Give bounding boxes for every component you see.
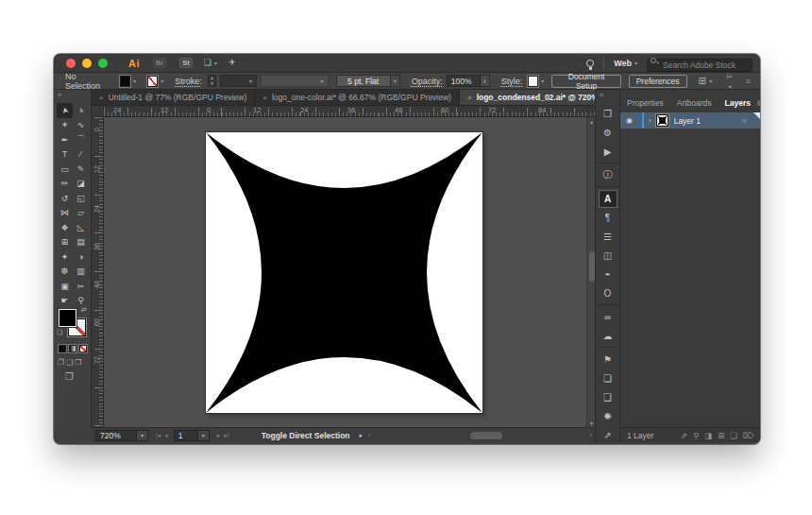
slice-tool[interactable]: ✂ bbox=[73, 279, 89, 294]
rocket-icon[interactable]: ✈ bbox=[228, 59, 236, 67]
pen-tool[interactable]: ✒ bbox=[57, 132, 73, 147]
magic-wand-tool[interactable]: ✶ bbox=[57, 118, 73, 133]
layer-thumbnail[interactable] bbox=[656, 114, 668, 127]
swap-fill-stroke-icon[interactable]: ⇄ bbox=[81, 306, 87, 314]
document-info-panel-icon[interactable]: ⓘ bbox=[596, 165, 619, 184]
collect-for-export-icon[interactable]: ⇗ bbox=[681, 431, 687, 440]
delete-layer-icon[interactable]: ⌦ bbox=[743, 431, 754, 440]
appearance-panel-icon[interactable]: O bbox=[596, 283, 619, 302]
transparency-panel-icon[interactable]: ◓ bbox=[596, 265, 619, 283]
artboards-panel-icon[interactable]: ⚑ bbox=[596, 350, 619, 369]
type-tool[interactable]: T bbox=[57, 147, 73, 163]
drawing-mode-2-icon[interactable]: ❒ bbox=[75, 358, 81, 367]
canvas-area[interactable]: ▴ ▾ bbox=[104, 117, 595, 427]
chevron-down-icon[interactable]: ▾ bbox=[161, 77, 163, 84]
close-window-button[interactable] bbox=[66, 59, 76, 68]
zoom-dropdown-icon[interactable]: ▾ bbox=[137, 430, 148, 441]
column-graph-tool[interactable]: ▥ bbox=[73, 265, 89, 280]
status-popout-icon[interactable]: ▸ bbox=[360, 432, 364, 439]
workspace-switcher[interactable]: Web bbox=[614, 59, 632, 68]
horizontal-ruler[interactable]: 2412012243648607284 bbox=[104, 106, 595, 117]
scroll-left-icon[interactable]: ‹ bbox=[368, 432, 370, 438]
selection-tool[interactable]: ➤ bbox=[57, 103, 73, 118]
asset-export-panel-icon[interactable]: ❑ bbox=[596, 387, 619, 406]
grid-snap-icon[interactable]: ∷ bbox=[712, 77, 718, 86]
disclosure-triangle-icon[interactable]: › bbox=[649, 116, 651, 125]
blend-tool[interactable]: ◑ bbox=[73, 249, 89, 265]
fill-indicator-swatch[interactable] bbox=[59, 309, 76, 327]
new-sublayer-icon[interactable]: ⊞ bbox=[718, 431, 724, 440]
image-trace-panel-icon[interactable]: ✺ bbox=[596, 406, 619, 425]
character-panel-icon[interactable]: A bbox=[596, 189, 619, 208]
minimize-window-button[interactable] bbox=[82, 59, 92, 68]
adobe-stock-search[interactable] bbox=[647, 55, 753, 72]
first-artboard-icon[interactable]: |◂ bbox=[156, 432, 161, 439]
stroke-weight-stepper[interactable]: ▴▾ bbox=[208, 75, 216, 87]
zoom-window-button[interactable] bbox=[98, 59, 108, 68]
hand-tool[interactable]: ☛ bbox=[57, 294, 73, 309]
none-mode-button[interactable] bbox=[79, 345, 87, 352]
width-tool[interactable]: ⋈ bbox=[57, 206, 73, 221]
menu-icon[interactable]: ≡ bbox=[746, 77, 751, 86]
libraries-panel-icon[interactable]: ❐ bbox=[596, 104, 619, 123]
preferences-button[interactable]: Preferences bbox=[629, 75, 687, 88]
eraser-tool[interactable]: ◪ bbox=[73, 177, 89, 192]
lightbulb-icon[interactable] bbox=[586, 60, 594, 67]
horizontal-scroll-thumb[interactable] bbox=[470, 432, 502, 439]
new-layer-icon[interactable]: ❏ bbox=[730, 431, 737, 440]
select-similar-icon[interactable]: ⊞ bbox=[699, 76, 706, 86]
search-input[interactable] bbox=[647, 59, 753, 72]
free-transform-tool[interactable]: ▱ bbox=[73, 206, 89, 221]
stroke-color-swatch[interactable] bbox=[147, 76, 158, 87]
style-swatch[interactable] bbox=[528, 76, 538, 87]
shape-builder-tool[interactable]: ❖ bbox=[57, 220, 73, 235]
document-setup-button[interactable]: Document Setup bbox=[551, 75, 620, 88]
artboard-tool[interactable]: ▣ bbox=[57, 279, 73, 294]
direct-selection-tool[interactable]: ➢ bbox=[73, 103, 89, 118]
artboard-number-input[interactable] bbox=[175, 431, 197, 440]
panel-menu-icon[interactable]: ▤ bbox=[757, 98, 760, 107]
stock-icon[interactable]: St bbox=[179, 58, 193, 69]
artboard[interactable] bbox=[206, 132, 482, 413]
gradient-panel-icon[interactable]: ◫ bbox=[596, 246, 619, 265]
gradient-mode-button[interactable] bbox=[69, 345, 76, 352]
chevron-down-icon[interactable]: ▾ bbox=[133, 77, 136, 84]
rotate-tool[interactable]: ↺ bbox=[57, 191, 73, 206]
cc-libraries-panel-icon[interactable]: ∞ bbox=[596, 307, 619, 326]
stroke-weight-dropdown[interactable]: ▾ bbox=[220, 75, 257, 87]
chevron-down-icon[interactable]: ▾ bbox=[634, 60, 637, 66]
layer-row[interactable]: ◉ › Layer 1 ○ bbox=[620, 112, 760, 129]
make-mask-icon[interactable]: ◨ bbox=[704, 431, 712, 440]
tab-artboards[interactable]: Artboards bbox=[670, 98, 719, 108]
symbol-sprayer-tool[interactable]: ❆ bbox=[57, 265, 73, 280]
curvature-tool[interactable]: ⌒ bbox=[73, 132, 89, 147]
artboard-number-field[interactable] bbox=[174, 430, 198, 441]
collapse-toolbar-icon[interactable]: « bbox=[58, 91, 61, 99]
visibility-eye-icon[interactable]: ◉ bbox=[626, 116, 633, 125]
vertical-scroll-thumb[interactable] bbox=[589, 251, 595, 282]
ruler-origin-corner[interactable] bbox=[92, 106, 104, 117]
paragraph-panel-icon[interactable]: ¶ bbox=[596, 208, 619, 227]
mesh-tool[interactable]: ⊞ bbox=[57, 235, 73, 250]
zoom-level-field[interactable] bbox=[95, 430, 137, 441]
locate-object-icon[interactable]: ⚲ bbox=[693, 431, 699, 440]
actions-panel-icon[interactable]: ⚙ bbox=[596, 123, 619, 142]
last-artboard-icon[interactable]: ▸| bbox=[224, 432, 228, 439]
tab-logo-one-color[interactable]: × logo_one-color.ai* @ 66.67% (RGB/GPU P… bbox=[255, 90, 460, 105]
perspective-grid-tool[interactable]: ◺ bbox=[73, 220, 89, 235]
chevron-down-icon[interactable]: ▾ bbox=[541, 77, 544, 84]
eyedropper-tool[interactable]: ✦ bbox=[57, 249, 73, 265]
next-artboard-icon[interactable]: ▸ bbox=[217, 432, 221, 439]
opacity-field[interactable] bbox=[447, 75, 481, 87]
close-tab-icon[interactable]: × bbox=[262, 94, 267, 102]
arrange-documents-icon[interactable]: ❏ bbox=[204, 59, 211, 67]
color-mode-button[interactable] bbox=[59, 345, 66, 352]
lasso-tool[interactable]: ∿ bbox=[73, 118, 89, 133]
astroid-logo-shape[interactable] bbox=[206, 132, 482, 413]
style-panel-link[interactable]: Style: bbox=[501, 77, 523, 86]
variable-width-profile-dropdown[interactable]: ▾ bbox=[261, 75, 329, 87]
shaper-tool[interactable]: ✏ bbox=[57, 177, 73, 192]
actions-play-icon[interactable]: ▶ bbox=[596, 142, 619, 161]
opentype-panel-icon[interactable]: ☰ bbox=[596, 227, 619, 246]
tab-properties[interactable]: Properties bbox=[620, 98, 670, 108]
